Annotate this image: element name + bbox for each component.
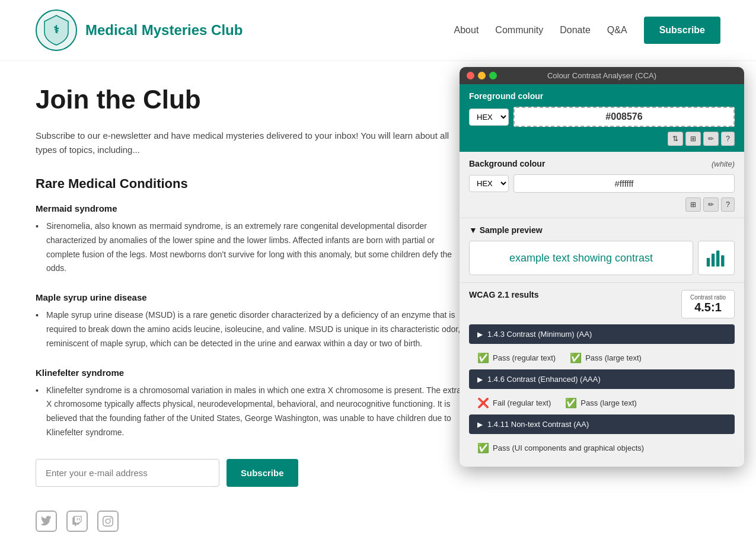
- cca-result-1-4-6-regular: ❌ Fail (regular text): [477, 397, 551, 409]
- cca-result-label-1-4-3-large: Pass (large text): [585, 353, 642, 362]
- instagram-icon[interactable]: [97, 511, 119, 532]
- cca-background-label: Background colour: [469, 159, 545, 168]
- cca-sample-text: example text showing contrast: [509, 252, 653, 264]
- cca-wcag-header: WCAG 2.1 results Contrast ratio 4.5:1: [469, 290, 735, 318]
- svg-rect-2: [707, 258, 710, 266]
- cca-background-section: Background colour (white) HEX RGB HSL ⊞ …: [460, 152, 744, 218]
- condition-mermaid: Mermaid syndrome Sirenomelia, also known…: [36, 203, 468, 276]
- cca-row-label-1-4-6: 1.4.6 Contrast (Enhanced) (AAA): [487, 375, 601, 384]
- nav-community[interactable]: Community: [495, 25, 543, 36]
- cca-background-header: Background colour (white): [469, 159, 735, 168]
- cca-pass-icon-1: ✅: [477, 352, 489, 363]
- cca-wcag-row-1-4-11[interactable]: ▶ 1.4.11 Non-text Contrast (AA): [469, 414, 735, 434]
- site-title: Medical Mysteries Club: [85, 22, 243, 39]
- cca-row-arrow-1-4-11: ▶: [477, 420, 483, 429]
- cca-row-arrow-1-4-6: ▶: [477, 375, 483, 384]
- cca-foreground-icon-row: ⇅ ⊞ ✏ ?: [469, 132, 735, 146]
- cca-result-label-1-4-3-regular: Pass (regular text): [493, 353, 556, 362]
- cca-maximize-dot[interactable]: [489, 72, 497, 79]
- cca-foreground-section: Foreground colour HEX RGB HSL ⇅ ⊞ ✏ ?: [460, 84, 744, 152]
- twitch-icon[interactable]: [66, 511, 88, 532]
- nav-donate[interactable]: Donate: [560, 25, 591, 36]
- logo-icon: ⚕: [36, 9, 77, 51]
- cca-wcag-results-1-4-6: ❌ Fail (regular text) ✅ Pass (large text…: [469, 393, 735, 414]
- cca-foreground-input-row: HEX RGB HSL: [469, 107, 735, 127]
- page-title: Join the Club: [36, 85, 468, 114]
- cca-background-format-select[interactable]: HEX RGB HSL: [469, 175, 509, 192]
- cca-contrast-box: Contrast ratio 4.5:1: [681, 290, 735, 318]
- social-icons: [36, 511, 468, 532]
- subscribe-button[interactable]: Subscribe: [227, 459, 298, 487]
- cca-titlebar: Colour Contrast Analyser (CCA): [460, 67, 744, 84]
- cca-result-label-1-4-6-large: Pass (large text): [580, 398, 637, 407]
- cca-sample-text-box: example text showing contrast: [469, 241, 693, 275]
- cca-result-1-4-6-large: ✅ Pass (large text): [565, 397, 637, 409]
- svg-rect-4: [716, 250, 719, 266]
- cca-wcag-row-1-4-3[interactable]: ▶ 1.4.3 Contrast (Minimum) (AA): [469, 324, 735, 344]
- site-header: ⚕ Medical Mysteries Club About Community…: [0, 0, 756, 61]
- cca-chart-icon: [706, 247, 727, 269]
- cca-bg-help-icon[interactable]: ?: [721, 197, 735, 212]
- section-title: Rare Medical Conditions: [36, 176, 468, 192]
- cca-pass-icon-2: ✅: [570, 352, 582, 363]
- condition-klinefelter: Klinefelter syndrome Klinefelter syndrom…: [36, 368, 468, 440]
- condition-desc-klinefelter: Klinefelter syndrome is a chromosomal va…: [36, 384, 468, 440]
- cca-row-label-1-4-3: 1.4.3 Contrast (Minimum) (AA): [487, 330, 592, 339]
- cca-background-input-row: HEX RGB HSL: [469, 174, 735, 193]
- cca-bg-eyedropper-icon[interactable]: ✏: [703, 197, 719, 212]
- cca-wcag-results-1-4-3: ✅ Pass (regular text) ✅ Pass (large text…: [469, 347, 735, 369]
- cca-background-hint: (white): [712, 160, 735, 168]
- cca-window: Colour Contrast Analyser (CCA) Foregroun…: [460, 67, 744, 467]
- cca-title: Colour Contrast Analyser (CCA): [547, 71, 656, 80]
- nav-about[interactable]: About: [454, 25, 479, 36]
- cca-foreground-label: Foreground colour: [469, 91, 735, 101]
- cca-wcag-title: WCAG 2.1 results: [469, 290, 538, 299]
- nav-qa[interactable]: Q&A: [607, 25, 627, 36]
- condition-msud: Maple syrup urine disease Maple syrup ur…: [36, 292, 468, 350]
- logo-area: ⚕ Medical Mysteries Club: [36, 9, 243, 51]
- cca-preview-header: Sample preview: [469, 225, 735, 235]
- email-input[interactable]: [36, 459, 219, 487]
- cca-row-arrow-1-4-3: ▶: [477, 330, 483, 339]
- cca-fail-icon-1: ❌: [477, 397, 489, 409]
- main-content: Join the Club Subscribe to our e-newslet…: [0, 61, 756, 539]
- condition-desc-mermaid: Sirenomelia, also known as mermaid syndr…: [36, 219, 468, 276]
- cca-fg-help-icon[interactable]: ?: [721, 132, 735, 146]
- cca-fg-eyedropper-icon[interactable]: ✏: [703, 132, 719, 146]
- condition-title-klinefelter: Klinefelter syndrome: [36, 368, 468, 378]
- cca-contrast-label: Contrast ratio: [690, 294, 726, 301]
- cca-pass-icon-4: ✅: [477, 442, 489, 454]
- cca-wcag-results-1-4-11: ✅ Pass (UI components and graphical obje…: [469, 438, 735, 460]
- cca-chart-button[interactable]: [698, 241, 735, 275]
- cca-background-icon-row: ⊞ ✏ ?: [469, 197, 735, 212]
- cca-close-dot[interactable]: [467, 72, 474, 79]
- header-subscribe-button[interactable]: Subscribe: [644, 17, 720, 44]
- cca-contrast-value: 4.5:1: [690, 301, 726, 314]
- cca-foreground-format-select[interactable]: HEX RGB HSL: [469, 109, 509, 126]
- cca-result-1-4-3-regular: ✅ Pass (regular text): [477, 352, 556, 363]
- cca-background-value-input[interactable]: [513, 174, 735, 193]
- condition-desc-msud: Maple syrup urine disease (MSUD) is a ra…: [36, 308, 468, 350]
- twitter-icon[interactable]: [36, 511, 57, 532]
- condition-title-msud: Maple syrup urine disease: [36, 292, 468, 302]
- cca-minimize-dot[interactable]: [478, 72, 486, 79]
- cca-preview-section: Sample preview example text showing cont…: [460, 218, 744, 283]
- svg-rect-5: [721, 256, 724, 267]
- cca-traffic-lights: [467, 72, 497, 79]
- svg-rect-3: [712, 254, 714, 267]
- cca-preview-row: example text showing contrast: [469, 241, 735, 275]
- cca-result-1-4-3-large: ✅ Pass (large text): [570, 352, 642, 363]
- email-section: Subscribe: [36, 459, 468, 487]
- svg-text:⚕: ⚕: [53, 24, 59, 36]
- cca-wcag-row-1-4-6[interactable]: ▶ 1.4.6 Contrast (Enhanced) (AAA): [469, 369, 735, 389]
- cca-foreground-value-input[interactable]: [513, 107, 735, 127]
- cca-fg-swap-icon[interactable]: ⇅: [668, 132, 683, 146]
- cca-wcag-section: WCAG 2.1 results Contrast ratio 4.5:1 ▶ …: [460, 283, 744, 467]
- cca-pass-icon-3: ✅: [565, 397, 577, 409]
- cca-result-1-4-11-ui: ✅ Pass (UI components and graphical obje…: [477, 442, 644, 454]
- intro-text: Subscribe to our e-newsletter and have m…: [36, 129, 468, 157]
- cca-result-label-1-4-6-regular: Fail (regular text): [493, 398, 551, 407]
- cca-bg-settings-icon[interactable]: ⊞: [685, 197, 701, 212]
- cca-fg-settings-icon[interactable]: ⊞: [685, 132, 701, 146]
- cca-row-label-1-4-11: 1.4.11 Non-text Contrast (AA): [487, 420, 589, 429]
